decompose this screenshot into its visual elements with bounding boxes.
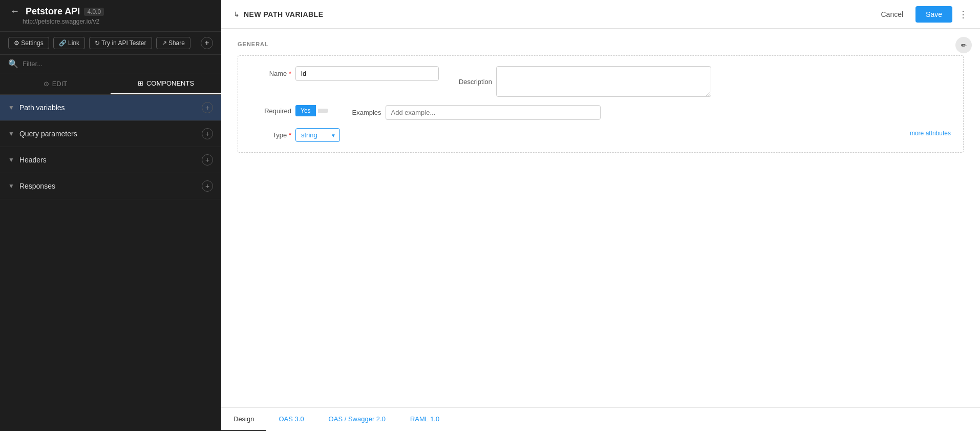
- main-body: GENERAL Name * Description: [221, 29, 980, 407]
- share-button[interactable]: ↗ Share: [156, 37, 190, 49]
- description-field: Description: [451, 66, 951, 97]
- more-attributes-link[interactable]: more attributes: [910, 130, 951, 137]
- form-container: Name * Description Required Yes: [238, 55, 964, 153]
- required-label: Required: [250, 107, 291, 115]
- responses-header[interactable]: ▼ Responses +: [0, 173, 221, 199]
- query-parameters-header[interactable]: ▼ Query parameters +: [0, 121, 221, 147]
- api-title: Petstore API: [26, 6, 80, 17]
- name-field: Name *: [250, 66, 439, 81]
- footer-tab-oas-swagger2[interactable]: OAS / Swagger 2.0: [316, 408, 398, 431]
- responses-label: Responses: [19, 182, 202, 190]
- add-response-button[interactable]: +: [202, 180, 213, 192]
- tab-components[interactable]: ⊞ COMPONENTS: [111, 73, 221, 94]
- sidebar-sections: ▼ Path variables + ▼ Query parameters + …: [0, 95, 221, 431]
- link-button[interactable]: 🔗 Link: [53, 37, 85, 49]
- required-examples-row: Required Yes Examples: [250, 105, 951, 120]
- main-footer: Design OAS 3.0 OAS / Swagger 2.0 RAML 1.…: [221, 407, 980, 431]
- path-variables-header[interactable]: ▼ Path variables +: [0, 95, 221, 120]
- search-icon: 🔍: [8, 59, 18, 69]
- new-path-icon: ↳: [233, 10, 240, 18]
- chevron-down-icon: ▼: [8, 104, 14, 111]
- new-path-title: NEW PATH VARIABLE: [244, 10, 875, 18]
- headers-header[interactable]: ▼ Headers +: [0, 147, 221, 173]
- cancel-button[interactable]: Cancel: [875, 7, 909, 22]
- name-description-row: Name * Description: [250, 66, 951, 97]
- more-options-button[interactable]: ⋮: [958, 9, 968, 20]
- type-label: Type *: [250, 131, 291, 139]
- components-tab-icon: ⊞: [138, 79, 143, 87]
- type-select-wrapper: string integer number boolean array obje…: [295, 128, 340, 142]
- settings-button[interactable]: ⚙ Settings: [8, 37, 49, 49]
- chevron-down-icon-2: ▼: [8, 130, 14, 137]
- chevron-down-icon-3: ▼: [8, 156, 14, 163]
- try-in-tester-button[interactable]: ↻ Try in API Tester: [89, 37, 152, 49]
- section-headers: ▼ Headers +: [0, 147, 221, 173]
- components-tab-label: COMPONENTS: [146, 79, 194, 87]
- required-no-button[interactable]: [318, 109, 328, 113]
- tab-edit[interactable]: ⊙ EDIT: [0, 73, 111, 94]
- section-query-parameters: ▼ Query parameters +: [0, 121, 221, 147]
- main-header: ↳ NEW PATH VARIABLE Cancel Save ⋮: [221, 0, 980, 29]
- path-variables-label: Path variables: [19, 104, 202, 112]
- pencil-icon: ✏: [961, 42, 967, 49]
- examples-input[interactable]: [386, 105, 601, 120]
- required-toggle: Yes: [295, 105, 328, 116]
- chevron-down-icon-4: ▼: [8, 182, 14, 190]
- sidebar: ← Petstore API 4.0.0 http://petstore.swa…: [0, 0, 221, 431]
- footer-tab-oas3[interactable]: OAS 3.0: [266, 408, 316, 431]
- api-url: http://petstore.swagger.io/v2: [23, 18, 213, 25]
- sidebar-tabs: ⊙ EDIT ⊞ COMPONENTS: [0, 73, 221, 95]
- headers-label: Headers: [19, 156, 202, 164]
- api-version: 4.0.0: [84, 8, 104, 16]
- type-select[interactable]: string integer number boolean array obje…: [295, 128, 340, 142]
- required-field: Required Yes: [250, 105, 328, 116]
- name-label: Name *: [250, 70, 291, 77]
- examples-field: Examples: [340, 105, 951, 120]
- general-label: GENERAL: [238, 41, 964, 47]
- sidebar-header: ← Petstore API 4.0.0 http://petstore.swa…: [0, 0, 221, 32]
- examples-label: Examples: [340, 109, 381, 116]
- main-content: ↳ NEW PATH VARIABLE Cancel Save ⋮ GENERA…: [221, 0, 980, 431]
- name-input[interactable]: [295, 66, 439, 81]
- section-responses: ▼ Responses +: [0, 173, 221, 199]
- footer-tab-design[interactable]: Design: [221, 408, 266, 431]
- save-button[interactable]: Save: [915, 6, 952, 23]
- edit-icon-button[interactable]: ✏: [955, 37, 972, 53]
- add-query-param-button[interactable]: +: [202, 128, 213, 139]
- right-panel: ↳ NEW PATH VARIABLE Cancel Save ⋮ GENERA…: [221, 0, 980, 431]
- search-input[interactable]: [23, 60, 213, 68]
- add-header-button[interactable]: +: [202, 154, 213, 166]
- type-field: Type * string integer number boolean arr…: [250, 128, 340, 142]
- name-required: *: [287, 70, 291, 77]
- sidebar-actions: ⚙ Settings 🔗 Link ↻ Try in API Tester ↗ …: [0, 32, 221, 55]
- search-bar: 🔍: [0, 55, 221, 73]
- section-path-variables: ▼ Path variables +: [0, 95, 221, 121]
- footer-tab-raml1[interactable]: RAML 1.0: [398, 408, 452, 431]
- edit-tab-icon: ⊙: [44, 80, 49, 88]
- add-path-variable-button[interactable]: +: [202, 102, 213, 113]
- edit-tab-label: EDIT: [52, 80, 68, 88]
- description-label: Description: [451, 78, 492, 86]
- type-row: Type * string integer number boolean arr…: [250, 128, 951, 142]
- query-parameters-label: Query parameters: [19, 130, 202, 138]
- required-yes-button[interactable]: Yes: [295, 105, 316, 116]
- back-button[interactable]: ←: [8, 6, 22, 17]
- add-round-button[interactable]: +: [201, 37, 213, 49]
- description-textarea[interactable]: [496, 66, 711, 97]
